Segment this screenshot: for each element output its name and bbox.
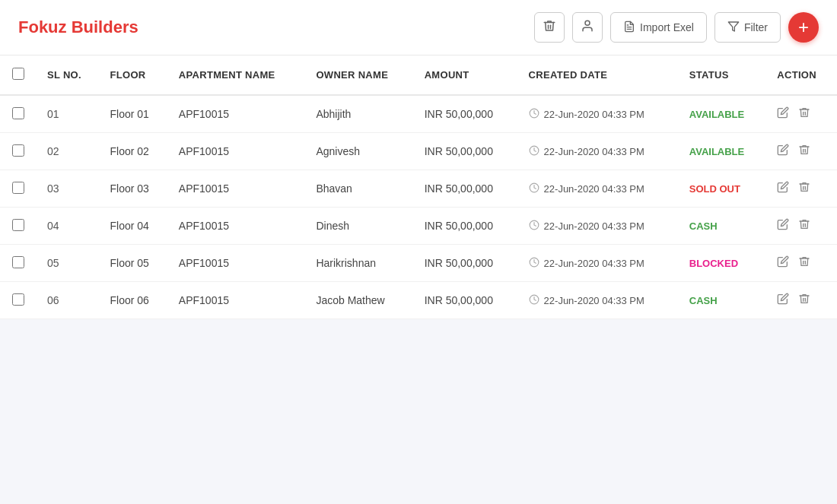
filter-button[interactable]: Filter (714, 12, 781, 43)
date-text: 22-Jun-2020 04:33 PM (544, 220, 644, 232)
cell-status: AVAILABLE (680, 133, 769, 170)
header-checkbox-cell (0, 55, 38, 95)
col-amount: AMOUNT (415, 55, 520, 95)
row-checkbox[interactable] (12, 219, 24, 231)
row-checkbox[interactable] (12, 182, 24, 194)
cell-sl-no: 03 (38, 170, 101, 208)
user-icon (581, 19, 594, 36)
delete-button[interactable] (534, 12, 565, 43)
delete-row-icon[interactable] (798, 218, 810, 233)
delete-row-icon[interactable] (798, 106, 810, 122)
edit-icon[interactable] (777, 144, 789, 159)
cell-owner-name: Jacob Mathew (307, 282, 415, 319)
cell-action (768, 282, 837, 319)
status-badge: CASH (689, 220, 718, 232)
row-checkbox-cell (0, 208, 38, 245)
cell-created-date: 22-Jun-2020 04:33 PM (520, 170, 680, 208)
clock-icon (529, 220, 539, 233)
row-checkbox[interactable] (12, 293, 24, 306)
cell-created-date: 22-Jun-2020 04:33 PM (520, 133, 680, 170)
cell-owner-name: Bhavan (307, 170, 415, 208)
row-checkbox[interactable] (12, 144, 24, 157)
cell-amount: INR 50,00,000 (415, 208, 520, 245)
cell-action (768, 245, 837, 282)
edit-icon[interactable] (777, 106, 789, 122)
apartments-table: SL NO. FLOOR APARTMENT NAME OWNER NAME A… (0, 55, 837, 319)
status-badge: BLOCKED (689, 258, 738, 269)
delete-row-icon[interactable] (798, 293, 810, 308)
cell-status: CASH (680, 208, 769, 245)
app-header: Fokuz Builders Import Exel (0, 0, 837, 55)
table-row: 04 Floor 04 APF10015 Dinesh INR 50,00,00… (0, 208, 837, 245)
row-checkbox[interactable] (12, 256, 24, 268)
import-icon (623, 21, 635, 35)
cell-floor: Floor 05 (101, 245, 170, 282)
edit-icon[interactable] (777, 255, 789, 271)
edit-icon[interactable] (777, 181, 789, 196)
edit-icon[interactable] (777, 293, 789, 308)
col-floor: FLOOR (101, 55, 170, 95)
cell-sl-no: 01 (38, 95, 101, 133)
cell-amount: INR 50,00,000 (415, 95, 520, 133)
select-all-checkbox[interactable] (12, 68, 24, 80)
cell-sl-no: 04 (38, 208, 101, 245)
clock-icon (529, 257, 539, 270)
col-created-date: CREATED DATE (520, 55, 680, 95)
delete-row-icon[interactable] (798, 144, 810, 159)
row-checkbox-cell (0, 170, 38, 208)
cell-created-date: 22-Jun-2020 04:33 PM (520, 208, 680, 245)
import-excel-button[interactable]: Import Exel (610, 12, 707, 43)
cell-sl-no: 06 (38, 282, 101, 319)
date-text: 22-Jun-2020 04:33 PM (544, 295, 644, 306)
cell-amount: INR 50,00,000 (415, 170, 520, 208)
plus-icon: + (798, 17, 809, 38)
table-row: 01 Floor 01 APF10015 Abhijith INR 50,00,… (0, 95, 837, 133)
row-checkbox-cell (0, 95, 38, 133)
date-text: 22-Jun-2020 04:33 PM (544, 258, 644, 269)
data-table-container: SL NO. FLOOR APARTMENT NAME OWNER NAME A… (0, 55, 837, 319)
cell-floor: Floor 03 (101, 170, 170, 208)
row-checkbox[interactable] (12, 107, 24, 119)
cell-floor: Floor 02 (101, 133, 170, 170)
row-checkbox-cell (0, 282, 38, 319)
svg-marker-3 (728, 22, 738, 31)
brand-title: Fokuz Builders (18, 17, 138, 37)
cell-amount: INR 50,00,000 (415, 245, 520, 282)
cell-owner-name: Agnivesh (307, 133, 415, 170)
user-button[interactable] (572, 12, 603, 43)
cell-floor: Floor 01 (101, 95, 170, 133)
delete-row-icon[interactable] (798, 255, 810, 271)
cell-amount: INR 50,00,000 (415, 133, 520, 170)
delete-row-icon[interactable] (798, 181, 810, 196)
cell-created-date: 22-Jun-2020 04:33 PM (520, 282, 680, 319)
filter-label: Filter (744, 21, 768, 33)
cell-apartment-name: APF10015 (170, 170, 307, 208)
cell-owner-name: Abhijith (307, 95, 415, 133)
cell-apartment-name: APF10015 (170, 133, 307, 170)
cell-status: SOLD OUT (680, 170, 769, 208)
status-badge: AVAILABLE (689, 109, 744, 120)
table-row: 05 Floor 05 APF10015 Harikrishnan INR 50… (0, 245, 837, 282)
cell-action (768, 133, 837, 170)
col-owner-name: OWNER NAME (307, 55, 415, 95)
col-status: STATUS (680, 55, 769, 95)
table-row: 02 Floor 02 APF10015 Agnivesh INR 50,00,… (0, 133, 837, 170)
status-badge: SOLD OUT (689, 183, 740, 195)
header-actions: Import Exel Filter + (534, 12, 819, 43)
cell-status: CASH (680, 282, 769, 319)
table-header-row: SL NO. FLOOR APARTMENT NAME OWNER NAME A… (0, 55, 837, 95)
edit-icon[interactable] (777, 218, 789, 233)
import-label: Import Exel (640, 21, 694, 33)
status-badge: AVAILABLE (689, 146, 744, 157)
trash-icon (543, 19, 556, 36)
cell-status: BLOCKED (680, 245, 769, 282)
table-row: 06 Floor 06 APF10015 Jacob Mathew INR 50… (0, 282, 837, 319)
cell-sl-no: 02 (38, 133, 101, 170)
row-checkbox-cell (0, 245, 38, 282)
col-action: ACTION (768, 55, 837, 95)
svg-point-0 (585, 21, 590, 25)
add-button[interactable]: + (788, 12, 819, 43)
status-badge: CASH (689, 295, 718, 306)
cell-action (768, 95, 837, 133)
cell-apartment-name: APF10015 (170, 282, 307, 319)
